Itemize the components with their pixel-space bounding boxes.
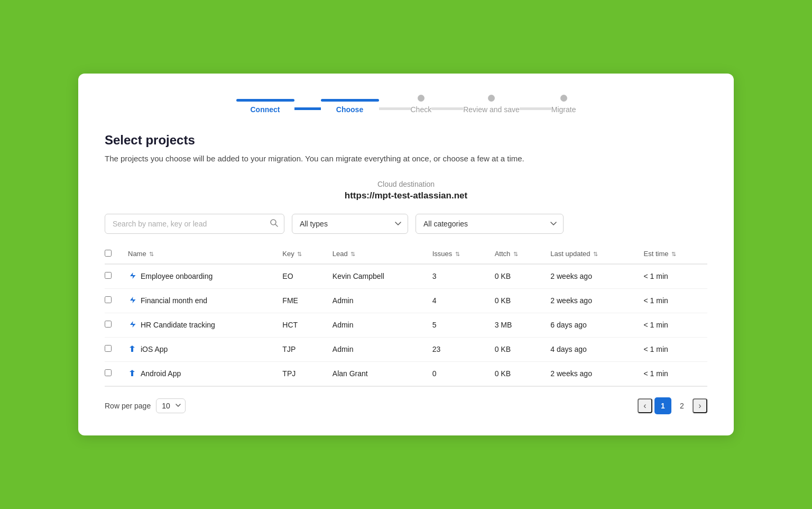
row-checkbox-cell	[105, 313, 122, 337]
step-connect: Connect	[236, 99, 294, 114]
connector-active-1	[294, 107, 321, 110]
col-key: Key ⇅	[276, 244, 326, 264]
rows-per-page: Row per page 10 20 50	[105, 398, 186, 413]
row-checkbox-cell	[105, 288, 122, 313]
row-attch: 0 KB	[488, 361, 545, 386]
connector-inactive-2	[379, 107, 411, 110]
table-row: iOS App TJP Admin 23 0 KB 4 days ago < 1…	[105, 337, 707, 361]
filters-row: All types Software Business All categori…	[105, 214, 707, 234]
row-last-updated: 6 days ago	[544, 313, 637, 337]
step-choose: Choose	[321, 99, 379, 114]
rows-per-page-select[interactable]: 10 20 50	[156, 398, 186, 413]
cloud-dest-label: Cloud destination	[105, 180, 707, 188]
row-est-time: < 1 min	[637, 264, 707, 289]
connector-inactive-3	[431, 107, 463, 110]
row-last-updated: 2 weeks ago	[544, 264, 637, 289]
next-page-button[interactable]: ›	[693, 398, 707, 413]
row-name: iOS App	[122, 337, 276, 361]
row-last-updated: 2 weeks ago	[544, 361, 637, 386]
col-name: Name ⇅	[122, 244, 276, 264]
row-checkbox-cell	[105, 361, 122, 386]
select-all-checkbox[interactable]	[105, 250, 112, 257]
row-name: HR Candidate tracking	[122, 313, 276, 337]
type-filter[interactable]: All types Software Business	[292, 214, 408, 234]
step-connect-label: Connect	[251, 105, 280, 114]
row-attch: 0 KB	[488, 288, 545, 313]
scrum-icon	[128, 344, 136, 355]
row-est-time: < 1 min	[637, 288, 707, 313]
table-row: Employee onboarding EO Kevin Campbell 3 …	[105, 264, 707, 289]
row-checkbox-cell	[105, 264, 122, 289]
search-wrapper	[105, 214, 284, 234]
row-name: Employee onboarding	[122, 264, 276, 289]
row-key: EO	[276, 264, 326, 289]
row-key: FME	[276, 288, 326, 313]
page-1-button[interactable]: 1	[654, 397, 671, 414]
step-review: Review and save	[463, 95, 520, 114]
row-est-time: < 1 min	[637, 337, 707, 361]
step-review-dot	[488, 95, 495, 102]
step-review-label: Review and save	[463, 105, 520, 114]
row-key: TJP	[276, 337, 326, 361]
row-name: Financial month end	[122, 288, 276, 313]
col-attch: Attch ⇅	[488, 244, 545, 264]
col-est-time: Est time ⇅	[637, 244, 707, 264]
lightning-icon	[128, 296, 136, 306]
row-issues: 0	[426, 361, 488, 386]
step-connect-bar	[236, 99, 294, 102]
main-card: Connect Choose Check Review and save Mig…	[78, 74, 734, 435]
col-last-updated: Last updated ⇅	[544, 244, 637, 264]
row-checkbox-cell	[105, 337, 122, 361]
step-check: Check	[411, 95, 432, 114]
cloud-dest-url: https://mpt-test-atlassian.net	[105, 190, 707, 201]
row-last-updated: 2 weeks ago	[544, 288, 637, 313]
scrum-icon	[128, 369, 136, 379]
row-checkbox[interactable]	[105, 369, 112, 376]
page-2-button[interactable]: 2	[673, 397, 690, 414]
connector-inactive-4	[520, 107, 551, 110]
table-row: HR Candidate tracking HCT Admin 5 3 MB 6…	[105, 313, 707, 337]
row-checkbox[interactable]	[105, 296, 112, 303]
row-attch: 0 KB	[488, 337, 545, 361]
step-check-dot	[418, 95, 425, 102]
row-attch: 3 MB	[488, 313, 545, 337]
row-key: HCT	[276, 313, 326, 337]
row-lead: Admin	[326, 288, 426, 313]
page-description: The projects you choose will be added to…	[105, 153, 707, 165]
select-all-header	[105, 244, 122, 264]
table-footer: Row per page 10 20 50 ‹ 1 2 ›	[105, 397, 707, 414]
row-checkbox[interactable]	[105, 321, 112, 328]
step-migrate: Migrate	[551, 95, 576, 114]
stepper: Connect Choose Check Review and save Mig…	[105, 95, 707, 114]
step-check-label: Check	[411, 105, 432, 114]
step-choose-bar	[321, 99, 379, 102]
row-name: Android App	[122, 361, 276, 386]
row-est-time: < 1 min	[637, 361, 707, 386]
prev-page-button[interactable]: ‹	[638, 398, 652, 413]
row-lead: Admin	[326, 337, 426, 361]
row-issues: 4	[426, 288, 488, 313]
row-lead: Kevin Campbell	[326, 264, 426, 289]
col-issues: Issues ⇅	[426, 244, 488, 264]
step-choose-label: Choose	[336, 105, 363, 114]
step-migrate-dot	[560, 95, 567, 102]
category-filter[interactable]: All categories Development Design HR	[416, 214, 564, 234]
row-key: TPJ	[276, 361, 326, 386]
row-est-time: < 1 min	[637, 313, 707, 337]
row-last-updated: 4 days ago	[544, 337, 637, 361]
table-row: Financial month end FME Admin 4 0 KB 2 w…	[105, 288, 707, 313]
rows-per-page-label: Row per page	[105, 402, 151, 410]
row-issues: 5	[426, 313, 488, 337]
col-lead: Lead ⇅	[326, 244, 426, 264]
page-title: Select projects	[105, 133, 707, 148]
row-attch: 0 KB	[488, 264, 545, 289]
step-migrate-label: Migrate	[551, 105, 576, 114]
lightning-icon	[128, 320, 136, 330]
row-issues: 3	[426, 264, 488, 289]
row-checkbox[interactable]	[105, 272, 112, 279]
search-input[interactable]	[105, 214, 284, 234]
row-checkbox[interactable]	[105, 345, 112, 352]
row-issues: 23	[426, 337, 488, 361]
table-row: Android App TPJ Alan Grant 0 0 KB 2 week…	[105, 361, 707, 386]
row-lead: Admin	[326, 313, 426, 337]
